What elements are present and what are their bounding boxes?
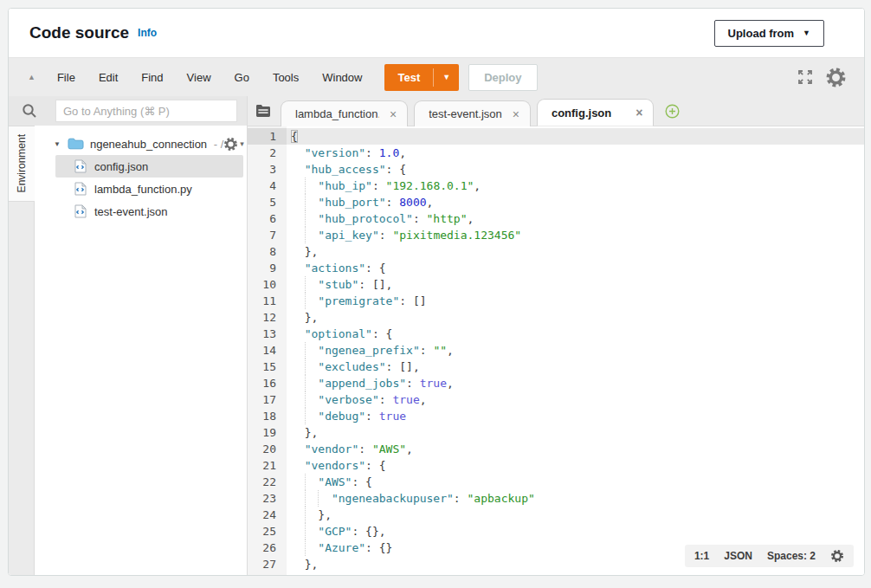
code-token: "debug" (318, 410, 365, 423)
upload-from-button[interactable]: Upload from ▼ (714, 20, 824, 47)
code-token: : (413, 212, 427, 225)
code-token: : (379, 229, 393, 242)
tree-file-config-json[interactable]: config.json (55, 155, 243, 178)
line-number: 4 (248, 178, 287, 194)
new-tab-icon[interactable] (665, 104, 680, 119)
code-line: "excludes": [], (287, 359, 864, 375)
code-token: 8000 (399, 196, 426, 209)
code-token: }, (291, 311, 318, 324)
code-token: : (372, 179, 386, 192)
menu-view[interactable]: View (187, 71, 211, 84)
indent-guide (305, 408, 306, 424)
settings-gear-icon[interactable] (825, 67, 847, 88)
code-token: : {} (365, 541, 392, 554)
code-token: , (399, 146, 406, 159)
sidebar-body: Environment ▼ ngeneahub_conn (9, 126, 247, 575)
tree-file-lambda-function-py[interactable]: lambda_function.py (55, 178, 243, 200)
indent-guide (305, 375, 306, 391)
menu-edit[interactable]: Edit (99, 71, 118, 84)
line-number: 11 (248, 293, 287, 309)
test-caret-icon[interactable]: ▼ (434, 64, 459, 91)
indentation-setting[interactable]: Spaces: 2 (767, 550, 816, 562)
line-number: 1 (248, 128, 287, 145)
collapse-panel-icon[interactable]: ▲ (28, 73, 35, 81)
code-token: , (468, 212, 474, 225)
tab-bar: lambda_function.py × test-event.json × c… (248, 96, 864, 126)
open-files-icon[interactable] (255, 104, 271, 118)
file-tree: ▼ ngeneahub_connection - / (35, 126, 247, 575)
tab-environment[interactable]: Environment (9, 126, 35, 202)
tab-label: config.json (552, 107, 611, 120)
menu-go[interactable]: Go (235, 71, 249, 84)
code-line: "ngeneabackupuser": "apbackup" (287, 490, 864, 507)
code-token: "vendor" (305, 443, 359, 456)
code-token: "AWS" (318, 475, 352, 488)
info-link[interactable]: Info (138, 27, 157, 39)
folder-chevron-icon[interactable]: ▼ (54, 140, 61, 148)
tab-close-icon[interactable]: × (513, 108, 519, 120)
file-code-icon (74, 182, 87, 196)
code-token: : { (365, 262, 385, 275)
code-token: : (379, 393, 393, 406)
code-token: : [ (352, 574, 371, 575)
line-number: 7 (248, 227, 287, 243)
code-line: "vendors": { (287, 457, 864, 474)
page: Code source Info Upload from ▼ ▲ File Ed… (0, 0, 871, 588)
menu-file[interactable]: File (57, 71, 75, 84)
tab-test-event-json[interactable]: test-event.json × (414, 100, 531, 126)
code-token: "ngenea_prefix" (318, 344, 419, 357)
editor-settings-gear-icon[interactable] (830, 549, 844, 563)
line-number: 26 (248, 540, 287, 556)
code-line: }, (287, 424, 864, 441)
deploy-button[interactable]: Deploy (468, 64, 537, 91)
search-icon[interactable] (22, 103, 37, 119)
tab-close-icon[interactable]: × (390, 108, 397, 120)
code-token: , (420, 393, 427, 406)
tree-file-test-event-json[interactable]: test-event.json (55, 200, 243, 223)
code-token: "192.168.0.1" (386, 179, 474, 192)
indent-guide (305, 293, 306, 309)
menu-tools[interactable]: Tools (273, 71, 299, 84)
line-number: 24 (248, 507, 287, 523)
code-token: : { (386, 163, 406, 176)
code-token: : { (365, 459, 385, 472)
code-token: : { (352, 475, 371, 488)
tab-close-icon[interactable]: × (636, 107, 642, 119)
test-button[interactable]: Test ▼ (384, 64, 459, 91)
code-token: : [], (386, 360, 420, 373)
line-number: 22 (248, 474, 287, 490)
tab-config-json[interactable]: config.json × (537, 99, 655, 126)
code-token: "hub_access" (305, 163, 386, 176)
environment-tab-label: Environment (16, 134, 28, 192)
line-number: 27 (248, 556, 287, 572)
tree-folder-row[interactable]: ▼ ngeneahub_connection - / (35, 132, 247, 155)
menu-find[interactable]: Find (141, 71, 163, 84)
code-token: "optional" (305, 327, 372, 340)
folder-path-suffix: - / (210, 138, 223, 151)
line-number: 14 (248, 342, 287, 359)
syntax-mode[interactable]: JSON (724, 550, 752, 562)
line-number: 10 (248, 276, 287, 293)
code-editor[interactable]: 1234567891011121314151617181920212223242… (248, 126, 864, 575)
search-input[interactable] (55, 100, 237, 122)
code-line: "debug": true (287, 408, 864, 424)
code-token: , (447, 344, 454, 357)
menu-window[interactable]: Window (322, 71, 362, 84)
upload-from-label: Upload from (728, 27, 795, 40)
code-token: "AWS" (372, 443, 406, 456)
indent-guide (305, 359, 306, 375)
code-token: : (365, 146, 379, 159)
fullscreen-icon[interactable] (797, 68, 814, 86)
cursor-position[interactable]: 1:1 (694, 550, 709, 562)
tab-lambda-function[interactable]: lambda_function.py × (281, 100, 408, 126)
page-title: Code source (29, 23, 129, 42)
code-line: "hub_ip": "192.168.0.1", (287, 178, 864, 194)
code-token: : { (372, 327, 392, 340)
code-lines[interactable]: { "version": 1.0, "hub_access": { "hub_i… (287, 126, 864, 575)
indent-guide (305, 194, 306, 210)
code-token (291, 146, 305, 159)
line-number: 23 (248, 490, 287, 507)
code-token (291, 443, 305, 456)
code-line: }, (287, 507, 864, 523)
line-number: 12 (248, 309, 287, 326)
